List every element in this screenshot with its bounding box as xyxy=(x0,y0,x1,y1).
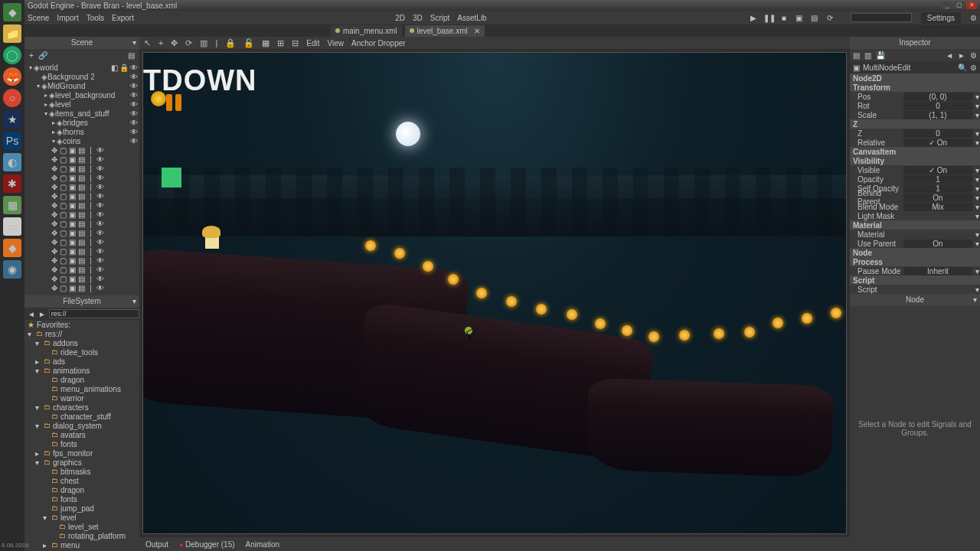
fs-node[interactable]: ▾🗀graphics xyxy=(24,458,139,467)
tree-node[interactable]: ✥▢▣▤|👁 xyxy=(51,283,139,292)
fs-node[interactable]: 🗀fonts xyxy=(24,494,139,504)
resource-load-icon[interactable]: ▥ xyxy=(864,51,871,60)
tree-node[interactable]: ✥▢▣▤|👁 xyxy=(51,274,139,283)
debug-button[interactable]: ⟳ xyxy=(825,14,835,22)
history-back-icon[interactable]: ◄ xyxy=(946,51,953,60)
taskbar-icon[interactable]: 🦊 xyxy=(3,67,21,86)
stop-button[interactable]: ■ xyxy=(779,14,789,22)
coin-sprite[interactable] xyxy=(679,330,690,341)
play-button[interactable]: ▶ xyxy=(748,14,759,22)
fs-node[interactable]: 🗀rotating_platform xyxy=(24,531,139,540)
taskbar-icon[interactable]: ▭ xyxy=(3,217,21,236)
scene-tree[interactable]: ▾◈ world◧🔒👁◈ Background 2👁▾◈ MidGround👁▸… xyxy=(24,61,139,295)
tree-node[interactable]: ▸◈ level👁 xyxy=(24,99,139,109)
tree-node[interactable]: ✥▢▣▤|👁 xyxy=(51,173,139,182)
cursor-tool-icon[interactable]: ↖ xyxy=(144,38,151,48)
settings-gear-icon[interactable]: ⚙ xyxy=(970,14,977,22)
add-node-icon[interactable]: + xyxy=(29,51,34,60)
tree-node[interactable]: ✥▢▣▤|👁 xyxy=(51,201,139,210)
inspector-section[interactable]: Material xyxy=(850,220,980,230)
fs-node[interactable]: 🗀warrior xyxy=(24,393,139,403)
menu-scene[interactable]: Scene xyxy=(28,14,49,22)
tree-node[interactable]: ✥▢▣▤|👁 xyxy=(51,191,139,201)
group-icon[interactable]: ▦ xyxy=(262,38,270,48)
fs-node[interactable]: 🗀character_stuff xyxy=(24,412,139,421)
coin-sprite[interactable] xyxy=(567,309,577,320)
coin-sprite[interactable] xyxy=(648,331,659,342)
scale-tool-icon[interactable]: ▥ xyxy=(200,38,207,48)
fs-node[interactable]: 🗀jump_pad xyxy=(24,504,139,513)
anchor-dropper[interactable]: Anchor Dropper xyxy=(351,39,406,47)
taskbar-icon[interactable]: 📁 xyxy=(3,24,21,43)
resource-save-icon[interactable]: 💾 xyxy=(876,51,885,60)
tree-node[interactable]: ▸◈ level_background👁 xyxy=(24,90,139,99)
inspector-property[interactable]: Pos(0, 0)▾ xyxy=(850,92,980,101)
props-gear-icon[interactable]: ⚙ xyxy=(970,64,977,72)
play-scene-button[interactable]: ▣ xyxy=(794,14,805,22)
search-props-icon[interactable]: 🔍 xyxy=(958,64,967,72)
tree-node[interactable]: ✥▢▣▤|👁 xyxy=(51,246,139,256)
doc-tab[interactable]: level_base.xml ✕ xyxy=(405,25,485,37)
fs-node[interactable]: 🗀avatars xyxy=(24,430,139,439)
tree-node[interactable]: ▾◈ world◧🔒👁 xyxy=(24,63,139,72)
tree-node[interactable]: ▾◈ MidGround👁 xyxy=(24,81,139,90)
tree-node[interactable]: ✥▢▣▤|👁 xyxy=(51,256,139,265)
inspector-property[interactable]: Scale(1, 1)▾ xyxy=(850,110,980,119)
search-bar[interactable] xyxy=(851,13,912,22)
tree-node[interactable]: ✥▢▣▤|👁 xyxy=(51,145,139,155)
coin-sprite[interactable] xyxy=(831,308,841,318)
nav-back-icon[interactable]: ◄ xyxy=(28,310,35,318)
coin-sprite[interactable] xyxy=(595,318,606,329)
tree-node[interactable]: ✥▢▣▤|👁 xyxy=(51,219,139,228)
taskbar-icon[interactable]: ◯ xyxy=(3,46,21,64)
fs-node[interactable]: ▾🗀animations xyxy=(24,366,139,375)
tree-node[interactable]: ✥▢▣▤|👁 xyxy=(51,164,139,173)
mode-3d[interactable]: 3D xyxy=(413,14,423,22)
inspector-section[interactable]: Z xyxy=(850,119,980,129)
tree-node[interactable]: ▾◈ items_and_stuff👁 xyxy=(24,109,139,118)
menu-export[interactable]: Export xyxy=(112,14,134,22)
coin-sprite[interactable] xyxy=(365,240,376,251)
doc-tab[interactable]: main_menu.xml xyxy=(331,25,402,37)
inspector-property[interactable]: Script▾ xyxy=(850,285,980,294)
inspector-property[interactable]: Material▾ xyxy=(850,230,980,239)
lock-open-icon[interactable]: 🔓 xyxy=(243,38,254,48)
fs-node[interactable]: ▾🗀dialog_system xyxy=(24,421,139,430)
close-button[interactable]: ✕ xyxy=(966,2,977,9)
inspector-property[interactable]: Z0▾ xyxy=(850,129,980,138)
inspector-section[interactable]: CanvasItem xyxy=(850,147,980,156)
inspector-section[interactable]: Transform xyxy=(850,83,980,92)
close-tab-icon[interactable]: ✕ xyxy=(474,27,480,35)
link-icon[interactable]: 🔗 xyxy=(38,51,47,60)
play-custom-button[interactable]: ▤ xyxy=(809,14,820,22)
output-tab[interactable]: Output xyxy=(145,540,168,549)
inspector-property[interactable]: Use ParentOn▾ xyxy=(850,239,980,248)
taskbar-icon[interactable]: ◆ xyxy=(3,3,21,21)
pause-button[interactable]: ❚❚ xyxy=(763,14,774,22)
tree-node[interactable]: ◈ Background 2👁 xyxy=(24,72,139,81)
resource-new-icon[interactable]: ▤ xyxy=(853,51,860,60)
coin-sprite[interactable] xyxy=(448,274,459,285)
inspector-section[interactable]: Node xyxy=(850,248,980,257)
fs-node[interactable]: ▾🗀addons xyxy=(24,338,139,347)
fs-node[interactable]: ▾🗀characters xyxy=(24,403,139,412)
inspector-property[interactable]: Opacity1▾ xyxy=(850,174,980,184)
coin-sprite[interactable] xyxy=(622,325,632,336)
edit-menu[interactable]: Edit xyxy=(306,39,319,47)
coin-sprite[interactable] xyxy=(802,313,812,324)
maximize-button[interactable]: ▢ xyxy=(954,2,965,9)
tree-node[interactable]: ✥▢▣▤|👁 xyxy=(51,155,139,164)
fs-node[interactable]: 🗀menu_animations xyxy=(24,384,139,393)
inspector-property[interactable]: Pause ModeInherit▾ xyxy=(850,266,980,276)
add-icon[interactable]: + xyxy=(158,38,163,47)
taskbar-icon[interactable]: ✱ xyxy=(3,174,21,193)
tree-node[interactable]: ▾◈ coins👁 xyxy=(24,136,139,145)
fs-node[interactable]: ▸🗀ads xyxy=(24,357,139,366)
inspector-section[interactable]: Process xyxy=(850,257,980,266)
coin-sprite[interactable] xyxy=(423,261,433,272)
mode-2d[interactable]: 2D xyxy=(395,14,405,22)
nav-fwd-icon[interactable]: ► xyxy=(38,310,46,318)
script-icon[interactable]: ▤ xyxy=(128,51,135,60)
coin-sprite[interactable] xyxy=(394,248,405,259)
taskbar-icon[interactable]: ★ xyxy=(3,110,21,129)
